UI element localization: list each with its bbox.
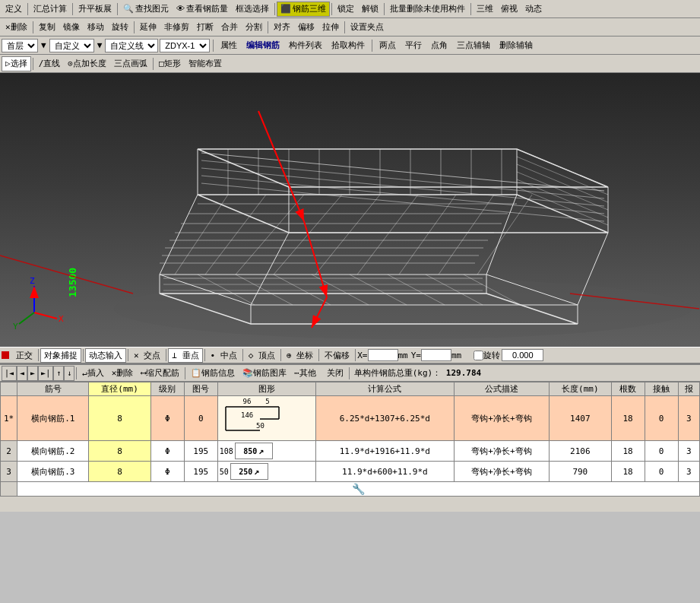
- btn-batch-delete[interactable]: 批量删除未使用构件: [386, 2, 469, 17]
- btn-edit-rebar[interactable]: 编辑钢筋: [242, 38, 283, 53]
- cell-diameter[interactable]: 8: [89, 396, 151, 441]
- btn-close[interactable]: 关闭: [323, 366, 347, 381]
- btn-extend[interactable]: 延伸: [136, 20, 160, 35]
- checkbox-transverse-rebar[interactable]: 横向钢筋: [11, 113, 135, 124]
- btn-join[interactable]: 合并: [217, 20, 242, 35]
- btn-delete[interactable]: ✕ 删除: [2, 20, 31, 35]
- cell-fignum[interactable]: 195: [184, 462, 217, 482]
- linetype-select[interactable]: 自定义线: [105, 39, 158, 52]
- cell-grade[interactable]: Φ: [150, 462, 184, 482]
- btn-perpend[interactable]: ⊥ 垂点: [168, 348, 202, 363]
- btn-twopoint[interactable]: 两点: [375, 38, 400, 53]
- btn-break[interactable]: 打断: [193, 20, 217, 35]
- rebar-display-panel: 钢筋显示控制面板 水平纵筋 横向钢筋 显示其它图元 显示详细公式: [6, 79, 139, 156]
- btn-dynin[interactable]: 动态输入: [85, 348, 126, 363]
- checkbox-show-formula[interactable]: 显示详细公式: [11, 138, 135, 150]
- btn-member-list[interactable]: 构件列表: [285, 38, 326, 53]
- btn-nooffset[interactable]: 不偏移: [321, 348, 353, 363]
- btn-select-frame[interactable]: 框选选择: [232, 2, 273, 17]
- cell-fignum[interactable]: 195: [184, 441, 217, 462]
- btn-other[interactable]: ⋯ 其他: [290, 366, 320, 381]
- btn-define[interactable]: 定义: [2, 2, 26, 17]
- svg-line-41: [477, 195, 532, 275]
- cell-length: 2106: [550, 441, 612, 462]
- sep2: [185, 367, 185, 379]
- btn-coord[interactable]: ⊕ 坐标: [283, 348, 317, 363]
- btn-rotate[interactable]: 旋转: [108, 20, 132, 35]
- btn-three-arc[interactable]: 三点画弧: [110, 56, 151, 71]
- btn-rect[interactable]: □ 矩形: [155, 56, 185, 71]
- y-input[interactable]: [421, 349, 451, 361]
- btn-osnap[interactable]: 对象捕捉: [40, 348, 81, 363]
- btn-offset[interactable]: 偏移: [294, 20, 318, 35]
- btn-align[interactable]: 对齐: [270, 20, 294, 35]
- cell-diameter[interactable]: 8: [89, 462, 151, 482]
- btn-calc[interactable]: 汇总计算: [30, 2, 71, 17]
- cell-name[interactable]: 横向钢筋.2: [17, 441, 89, 462]
- sep2: [372, 40, 372, 52]
- sketch-icon-3: ↗: [254, 466, 259, 477]
- rotate-input[interactable]: [502, 349, 543, 361]
- checkbox-show-other[interactable]: 显示其它图元: [11, 125, 135, 137]
- btn-mirror[interactable]: 镜像: [59, 20, 84, 35]
- btn-midpoint[interactable]: • 中点: [207, 348, 241, 363]
- btn-expand[interactable]: 升平板展: [74, 2, 116, 17]
- table-row[interactable]: 3 横向钢筋.3 8 Φ 195 50 250 ↗: [1, 462, 700, 482]
- btn-del-row[interactable]: ✕ 删除: [108, 366, 138, 381]
- cell-grade[interactable]: Φ: [150, 396, 184, 441]
- btn-parallel[interactable]: 平行: [401, 38, 426, 53]
- btn-dynamic[interactable]: 动态: [521, 2, 546, 17]
- btn-select[interactable]: ▷ 选择: [2, 56, 31, 71]
- x-input[interactable]: [368, 349, 398, 361]
- btn-lock[interactable]: 锁定: [334, 2, 358, 17]
- nav-down[interactable]: ↓: [64, 366, 74, 381]
- btn-unlock[interactable]: 解锁: [358, 2, 382, 17]
- btn-find[interactable]: 🔍 查找图元: [119, 2, 173, 17]
- btn-intersect[interactable]: ✕ 交点: [130, 348, 164, 363]
- cell-fignum[interactable]: 0: [184, 396, 217, 441]
- nav-first[interactable]: |◄: [2, 366, 17, 381]
- btn-vertex[interactable]: ◇ 顶点: [245, 348, 279, 363]
- btn-notrim[interactable]: 非修剪: [160, 20, 193, 35]
- cell-name[interactable]: 横向钢筋.3: [17, 462, 89, 482]
- btn-rebar-lib[interactable]: 📚 钢筋图库: [239, 366, 290, 381]
- btn-stretch[interactable]: 拉伸: [318, 20, 343, 35]
- btn-ortho[interactable]: 正交: [12, 348, 36, 363]
- btn-pick[interactable]: 拾取构件: [328, 38, 369, 53]
- cell-grade[interactable]: Φ: [150, 441, 184, 462]
- rotate-checkbox[interactable]: [474, 351, 483, 360]
- btn-view-rebar[interactable]: 👁 查看钢筋量: [173, 2, 232, 17]
- btn-smart-layout[interactable]: 智能布置: [185, 56, 226, 71]
- btn-top[interactable]: 俯视: [497, 2, 521, 17]
- nav-prev[interactable]: ◄: [17, 366, 27, 381]
- mode-select[interactable]: 自定义: [49, 39, 94, 52]
- table-row[interactable]: 1* 横向钢筋.1 8 Φ 0 96 5: [1, 396, 700, 441]
- btn-line[interactable]: / 直线: [35, 56, 65, 71]
- nav-up[interactable]: ↑: [53, 366, 64, 381]
- btn-delete-aux[interactable]: 删除辅轴: [496, 38, 537, 53]
- cell-diameter[interactable]: 8: [89, 441, 151, 462]
- layer-select[interactable]: 首层: [2, 39, 38, 52]
- btn-rebar-info[interactable]: 📋 钢筋信息: [187, 366, 239, 381]
- btn-pointangle[interactable]: 点角: [427, 38, 451, 53]
- btn-threepoint-aux[interactable]: 三点辅轴: [453, 38, 494, 53]
- code-select[interactable]: ZDYX-1: [160, 39, 210, 52]
- nav-next[interactable]: ►: [27, 366, 38, 381]
- table-row[interactable]: 2 横向钢筋.2 8 Φ 195 108 850 ↗: [1, 441, 700, 462]
- btn-property[interactable]: 属性: [217, 38, 241, 53]
- btn-point-length[interactable]: ⊙ 点加长度: [64, 56, 110, 71]
- cell-name[interactable]: 横向钢筋.1: [17, 396, 89, 441]
- btn-move[interactable]: 移动: [84, 20, 108, 35]
- btn-scale[interactable]: ⟷ 缩尺配筋: [137, 366, 183, 381]
- rebar-table-wrap[interactable]: 筋号 直径(mm) 级别 图号 图形 计算公式 公式描述 长度(mm) 根数 接…: [0, 382, 700, 512]
- nav-last[interactable]: ►|: [38, 366, 53, 381]
- btn-insert[interactable]: ↵ 插入: [78, 366, 108, 381]
- btn-setgrip[interactable]: 设置夹点: [347, 20, 388, 35]
- btn-split[interactable]: 分割: [242, 20, 266, 35]
- col-rownum: [1, 382, 17, 396]
- btn-3d[interactable]: 三维: [473, 2, 497, 17]
- btn-rebar3d[interactable]: ⬛ 钢筋三维: [277, 2, 330, 17]
- 3d-viewport[interactable]: 钢筋显示控制面板 水平纵筋 横向钢筋 显示其它图元 显示详细公式: [0, 73, 700, 347]
- btn-copy[interactable]: 复制: [35, 20, 59, 35]
- checkbox-horizontal-rebar[interactable]: 水平纵筋: [11, 100, 135, 111]
